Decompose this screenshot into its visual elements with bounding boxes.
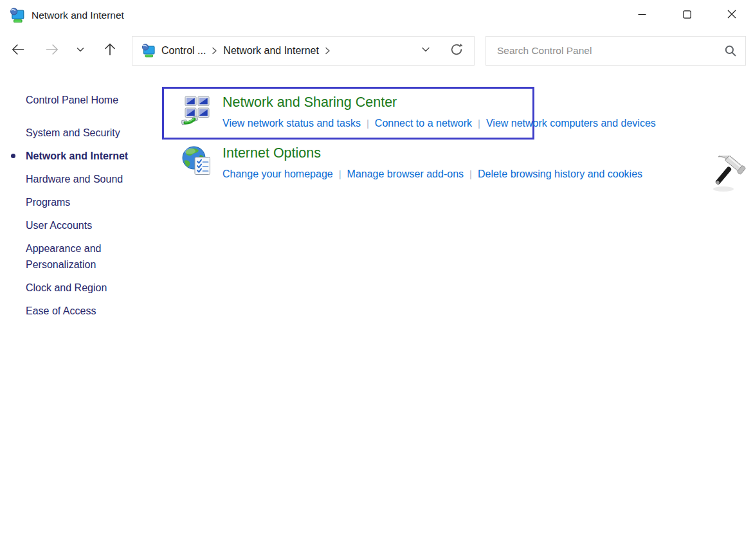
task-link-delete-browsing-history-and-cookies[interactable]: Delete browsing history and cookies [478,168,642,179]
navigation-bar: Control ... Network and Internet [0,31,753,71]
sidebar-item-network-and-internet[interactable]: Network and Internet [26,148,148,164]
link-separator: | [469,168,472,179]
back-button[interactable] [4,36,32,66]
refresh-button[interactable] [447,42,466,60]
back-arrow-icon [10,42,26,60]
sidebar-item-programs[interactable]: Programs [26,194,148,210]
recent-locations-button[interactable] [67,36,94,66]
sidebar-item-user-accounts[interactable]: User Accounts [26,217,148,233]
sidebar: Control Panel HomeSystem and SecurityNet… [0,71,162,326]
link-separator: | [339,168,341,179]
chevron-right-icon [212,47,217,55]
task-link-connect-to-a-network[interactable]: Connect to a network [375,118,472,129]
window-controls [627,0,753,31]
forward-arrow-icon [44,42,60,60]
up-button[interactable] [96,36,124,66]
sidebar-item-appearance-and-personalization[interactable]: Appearance and Personalization [26,240,148,273]
breadcrumb-item-network-and-internet[interactable]: Network and Internet [223,45,319,57]
link-separator: | [478,118,480,129]
network-sharing-icon [181,95,212,125]
section-title-network-and-sharing-center[interactable]: Network and Sharing Center [222,92,532,113]
task-link-manage-browser-add-ons[interactable]: Manage browser add-ons [347,168,464,179]
sidebar-item-clock-and-region[interactable]: Clock and Region [26,280,148,296]
maximize-button[interactable] [672,0,702,31]
main-panel: Network and Sharing Center View network … [162,71,753,326]
search-icon[interactable] [724,44,737,57]
section-links: Change your homepage|Manage browser add-… [222,165,753,183]
maximize-icon [683,10,691,21]
section-links: View network status and tasks|Connect to… [222,114,532,132]
hammer-cursor-icon [704,156,748,193]
sidebar-item-system-and-security[interactable]: System and Security [26,125,148,141]
window-title: Network and Internet [32,10,124,21]
task-link-view-network-status-and-tasks[interactable]: View network status and tasks [222,118,361,129]
content-area: Control Panel HomeSystem and SecurityNet… [0,71,753,326]
breadcrumb-item-control[interactable]: Control ... [161,45,206,57]
internet-options-icon [181,145,212,176]
chevron-down-icon [76,45,85,57]
chevron-down-icon [421,44,431,57]
address-dropdown-button[interactable] [416,44,435,57]
section-internet-options: Internet Options Change your homepage|Ma… [162,140,753,188]
link-separator: | [367,118,369,129]
minimize-icon [638,10,646,21]
minimize-button[interactable] [627,0,657,31]
close-button[interactable] [717,0,747,31]
search-input[interactable] [496,44,724,57]
sidebar-item-hardware-and-sound[interactable]: Hardware and Sound [26,171,148,187]
sidebar-item-ease-of-access[interactable]: Ease of Access [26,303,148,319]
task-link-view-network-computers-and-devices[interactable]: View network computers and devices [486,118,656,129]
chevron-right-icon [325,47,331,55]
up-arrow-icon [102,42,118,60]
section-network-and-sharing-center: Network and Sharing Center View network … [162,87,534,140]
search-box [485,36,746,66]
title-bar: Network and Internet [0,0,753,31]
address-bar[interactable]: Control ... Network and Internet [132,36,475,66]
control-panel-window: Network and Internet [0,0,753,326]
network-and-internet-icon [9,7,26,24]
forward-button[interactable] [38,36,66,66]
network-and-internet-icon [141,43,156,59]
refresh-icon [449,42,464,60]
breadcrumb: Control ... Network and Internet [161,45,336,57]
close-icon [727,10,736,21]
sidebar-item-control-panel-home[interactable]: Control Panel Home [26,92,148,108]
section-title-internet-options[interactable]: Internet Options [222,143,753,163]
task-link-change-your-homepage[interactable]: Change your homepage [222,168,333,179]
